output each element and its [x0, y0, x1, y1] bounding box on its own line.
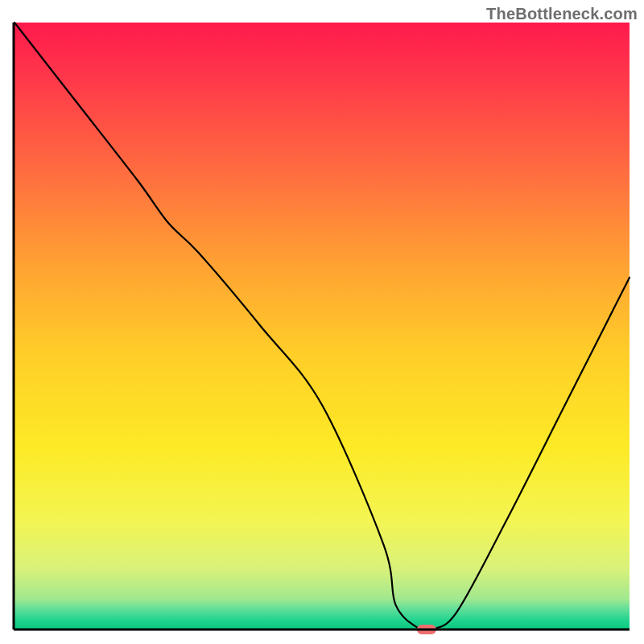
plot-background	[14, 23, 630, 630]
chart-container: TheBottleneck.com	[0, 0, 644, 644]
bottleneck-chart	[0, 0, 644, 644]
